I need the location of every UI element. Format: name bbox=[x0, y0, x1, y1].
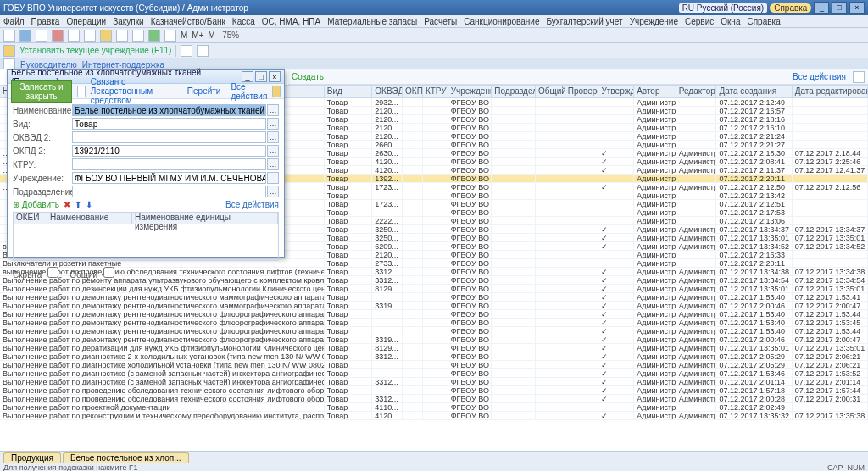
paste-icon[interactable] bbox=[84, 30, 96, 42]
help-button[interactable]: Справка bbox=[770, 3, 811, 13]
nav-left-icon[interactable] bbox=[181, 45, 192, 57]
menu-treasury[interactable]: Казначейство/Банк bbox=[151, 17, 225, 26]
all-actions-button[interactable]: Все действия bbox=[793, 72, 846, 81]
new-doc-icon[interactable] bbox=[3, 30, 15, 42]
calendar-icon[interactable] bbox=[164, 30, 176, 42]
create-button[interactable]: Создать bbox=[292, 72, 324, 81]
maximize-button[interactable]: □ bbox=[832, 2, 847, 14]
find-icon[interactable] bbox=[100, 30, 112, 42]
redo-icon[interactable] bbox=[132, 30, 144, 42]
menu-ops[interactable]: Операции bbox=[66, 17, 106, 26]
minimize-button[interactable]: _ bbox=[814, 2, 829, 14]
title-bar: ГОБУ ВПО Университет искусств (Субсидии)… bbox=[0, 0, 868, 15]
menu-help[interactable]: Справка bbox=[747, 17, 780, 26]
modal-min[interactable]: _ bbox=[242, 71, 253, 82]
menu-os[interactable]: ОС, НМА, НПА bbox=[262, 17, 320, 26]
org-icon[interactable] bbox=[3, 45, 15, 57]
menu-file[interactable]: Файл bbox=[3, 17, 25, 26]
menu-kassa[interactable]: Касса bbox=[232, 17, 255, 26]
save-button[interactable]: Записать и закрыть bbox=[11, 80, 72, 86]
set-current-org[interactable]: Установить текущее учреждение (F11) bbox=[19, 46, 171, 55]
toolbar-1: MM+M- 75% bbox=[0, 28, 868, 43]
modal-max[interactable]: □ bbox=[255, 71, 267, 82]
modal-close[interactable]: × bbox=[269, 71, 281, 82]
toolbar-2: Установить текущее учреждение (F11) bbox=[0, 43, 868, 58]
lang-indicator[interactable]: RU Русский (Россия) bbox=[679, 3, 768, 13]
zoom-indicator[interactable]: 75% bbox=[222, 30, 239, 40]
menu-sanction[interactable]: Санкционирование bbox=[464, 17, 539, 26]
undo-icon[interactable] bbox=[116, 30, 128, 42]
app-title: ГОБУ ВПО Университет искусств (Субсидии)… bbox=[3, 3, 679, 13]
copy-icon[interactable] bbox=[68, 30, 80, 42]
command-bar: Создать Все действия bbox=[288, 69, 868, 85]
product-modal: Белье постельное из хлопчатобумажных тка… bbox=[7, 69, 285, 85]
menu-edit[interactable]: Правка bbox=[31, 17, 60, 26]
open-icon[interactable] bbox=[19, 30, 31, 42]
menu-bar: Файл Правка Операции Закупки Казначейств… bbox=[0, 15, 868, 28]
search-icon[interactable] bbox=[853, 71, 865, 83]
related-drug-link[interactable]: Связан с Лекарственным средством bbox=[91, 77, 182, 85]
modal-all-actions[interactable]: Все действия bbox=[231, 82, 267, 86]
menu-windows[interactable]: Окна bbox=[721, 17, 740, 26]
menu-accounting[interactable]: Бухгалтерский учет bbox=[547, 17, 623, 26]
modal-toolbar: Записать и закрыть Связан с Лекарственны… bbox=[8, 84, 284, 85]
calc-icon[interactable] bbox=[148, 30, 160, 42]
menu-org[interactable]: Учреждение bbox=[630, 17, 678, 26]
menu-service[interactable]: Сервис bbox=[685, 17, 714, 26]
menu-procure[interactable]: Закупки bbox=[113, 17, 143, 26]
save-icon[interactable] bbox=[36, 30, 47, 42]
cut-icon[interactable] bbox=[52, 30, 64, 42]
nav-right-icon[interactable] bbox=[197, 45, 209, 57]
menu-stock[interactable]: Материальные запасы bbox=[327, 17, 417, 26]
close-button[interactable]: × bbox=[849, 2, 865, 14]
menu-calc[interactable]: Расчеты bbox=[424, 17, 457, 26]
